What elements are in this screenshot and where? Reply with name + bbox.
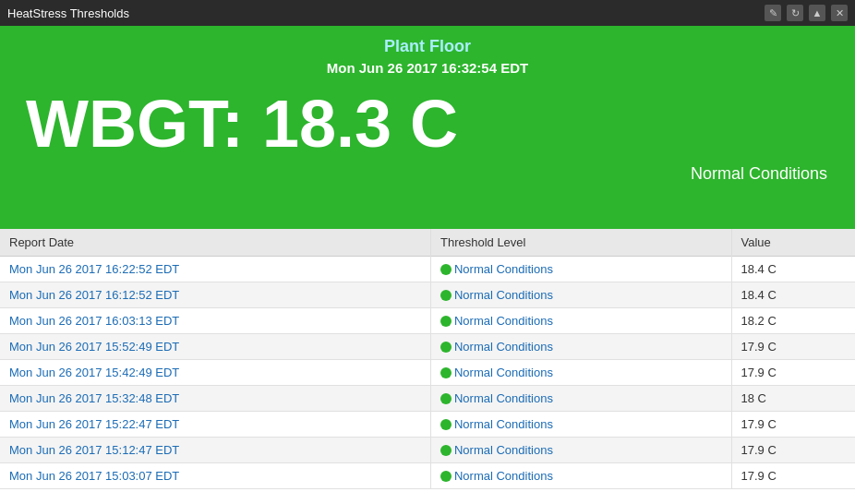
- green-dot-icon: [440, 367, 452, 378]
- collapse-button[interactable]: ▲: [809, 5, 825, 21]
- threshold-label: Normal Conditions: [454, 366, 553, 379]
- table-row: Mon Jun 26 2017 16:12:52 EDTNormal Condi…: [0, 282, 855, 308]
- table-row: Mon Jun 26 2017 15:32:48 EDTNormal Condi…: [0, 386, 855, 412]
- table-row: Mon Jun 26 2017 15:03:07 EDTNormal Condi…: [0, 463, 855, 489]
- col-value: Value: [731, 229, 855, 257]
- cell-value: 18 C: [731, 386, 855, 412]
- cell-threshold-level: Normal Conditions: [430, 412, 731, 438]
- window-title: HeatStress Thresholds: [7, 6, 129, 20]
- cell-threshold-level: Normal Conditions: [430, 386, 731, 412]
- threshold-label: Normal Conditions: [454, 340, 553, 354]
- cell-value: 18.2 C: [731, 308, 855, 334]
- cell-threshold-level: Normal Conditions: [430, 463, 731, 489]
- location-label: Plant Floor: [18, 37, 837, 56]
- table-row: Mon Jun 26 2017 16:03:13 EDTNormal Condi…: [0, 308, 855, 334]
- close-button[interactable]: ✕: [831, 5, 848, 21]
- table-header-row: Report Date Threshold Level Value: [0, 229, 855, 257]
- cell-threshold-level: Normal Conditions: [430, 360, 731, 386]
- green-dot-icon: [440, 342, 452, 353]
- green-dot-icon: [440, 471, 452, 482]
- col-report-date: Report Date: [0, 229, 430, 257]
- cell-threshold-level: Normal Conditions: [430, 334, 731, 360]
- title-bar-controls: ✎ ↻ ▲ ✕: [765, 5, 848, 21]
- cell-report-date[interactable]: Mon Jun 26 2017 16:12:52 EDT: [0, 282, 430, 308]
- threshold-label: Normal Conditions: [454, 391, 553, 405]
- cell-value: 17.9 C: [731, 334, 855, 360]
- col-threshold-level: Threshold Level: [430, 229, 731, 257]
- threshold-label: Normal Conditions: [454, 469, 553, 483]
- table-row: Mon Jun 26 2017 15:42:49 EDTNormal Condi…: [0, 360, 855, 386]
- wbgt-value: WBGT: 18.3 C: [26, 90, 837, 157]
- cell-report-date[interactable]: Mon Jun 26 2017 16:22:52 EDT: [0, 257, 430, 282]
- cell-report-date[interactable]: Mon Jun 26 2017 15:42:49 EDT: [0, 360, 430, 386]
- cell-value: 17.9 C: [731, 463, 855, 489]
- green-dot-icon: [440, 393, 452, 404]
- table-row: Mon Jun 26 2017 15:52:49 EDTNormal Condi…: [0, 334, 855, 360]
- threshold-label: Normal Conditions: [454, 417, 553, 431]
- data-table: Report Date Threshold Level Value Mon Ju…: [0, 229, 855, 489]
- cell-threshold-level: Normal Conditions: [430, 308, 731, 334]
- green-dot-icon: [440, 419, 452, 430]
- cell-value: 18.4 C: [731, 257, 855, 282]
- table-row: Mon Jun 26 2017 16:22:52 EDTNormal Condi…: [0, 257, 855, 282]
- green-dot-icon: [440, 316, 452, 327]
- green-dot-icon: [440, 264, 452, 275]
- datetime-label: Mon Jun 26 2017 16:32:54 EDT: [18, 60, 837, 76]
- threshold-label: Normal Conditions: [454, 443, 553, 457]
- refresh-button[interactable]: ↻: [787, 5, 803, 21]
- cell-report-date[interactable]: Mon Jun 26 2017 15:22:47 EDT: [0, 412, 430, 438]
- cell-report-date[interactable]: Mon Jun 26 2017 15:52:49 EDT: [0, 334, 430, 360]
- green-dot-icon: [440, 445, 452, 456]
- cell-threshold-level: Normal Conditions: [430, 282, 731, 308]
- cell-value: 18.4 C: [731, 282, 855, 308]
- cell-report-date[interactable]: Mon Jun 26 2017 15:32:48 EDT: [0, 386, 430, 412]
- cell-value: 17.9 C: [731, 438, 855, 463]
- threshold-label: Normal Conditions: [454, 262, 553, 276]
- cell-value: 17.9 C: [731, 360, 855, 386]
- cell-threshold-level: Normal Conditions: [430, 438, 731, 463]
- threshold-label: Normal Conditions: [454, 288, 553, 302]
- cell-report-date[interactable]: Mon Jun 26 2017 16:03:13 EDT: [0, 308, 430, 334]
- edit-button[interactable]: ✎: [765, 5, 781, 21]
- table-row: Mon Jun 26 2017 15:22:47 EDTNormal Condi…: [0, 412, 855, 438]
- title-bar: HeatStress Thresholds ✎ ↻ ▲ ✕: [0, 0, 855, 26]
- cell-threshold-level: Normal Conditions: [430, 257, 731, 282]
- cell-value: 17.9 C: [731, 412, 855, 438]
- heat-panel: Plant Floor Mon Jun 26 2017 16:32:54 EDT…: [0, 26, 855, 229]
- cell-report-date[interactable]: Mon Jun 26 2017 15:12:47 EDT: [0, 438, 430, 463]
- green-dot-icon: [440, 290, 452, 301]
- cell-report-date[interactable]: Mon Jun 26 2017 15:03:07 EDT: [0, 463, 430, 489]
- condition-label: Normal Conditions: [18, 164, 837, 184]
- threshold-label: Normal Conditions: [454, 314, 553, 328]
- table-row: Mon Jun 26 2017 15:12:47 EDTNormal Condi…: [0, 438, 855, 463]
